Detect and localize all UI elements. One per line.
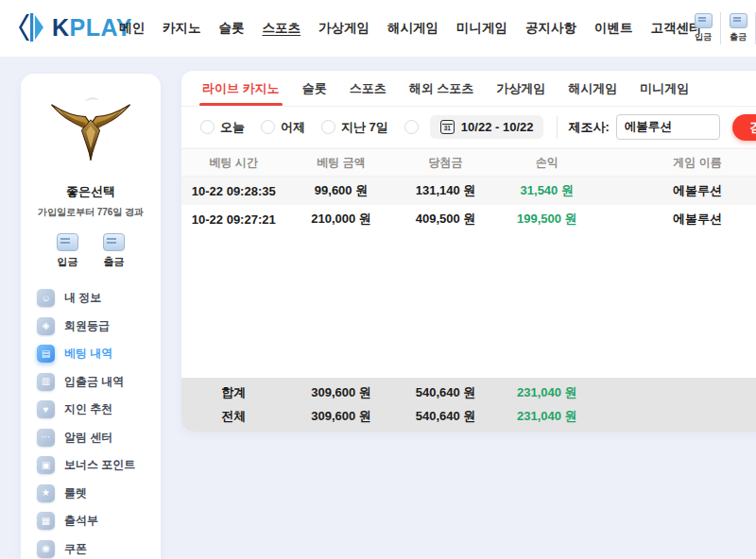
column-header: 손익 xyxy=(495,155,600,171)
level-emblem xyxy=(21,89,161,172)
table-summary: 합계309,600 원540,640 원231,040 원전체309,600 원… xyxy=(181,378,756,432)
custom-range-radio[interactable] xyxy=(404,120,419,134)
radio-label: 지난 7일 xyxy=(341,119,388,136)
cell-bet-amount: 210,000 원 xyxy=(286,211,397,228)
column-header: 베팅 금액 xyxy=(286,155,397,171)
filter-row: 오늘어제지난 7일 31 10/22 - 10/22 제조사: 검색 xyxy=(181,107,756,148)
summary-profit: 231,040 원 xyxy=(495,408,600,425)
sidebar-menu: ☺내 정보◈회원등급▤베팅 내역▥입출금 내역♥지인 추천⋯알림 센터▣보너스 … xyxy=(21,284,161,559)
sidebar-item-label: 회원등급 xyxy=(64,318,110,334)
radio-option-1[interactable]: 어제 xyxy=(261,119,305,136)
search-button[interactable]: 검색 xyxy=(732,114,756,141)
sidebar-item-4[interactable]: ♥지인 추천 xyxy=(37,396,161,424)
filter-divider xyxy=(557,116,558,139)
table-header: 베팅 시간베팅 금액당첨금손익게임 이름 xyxy=(181,148,756,177)
sidebar-item-2[interactable]: ▤베팅 내역 xyxy=(37,340,161,368)
summary-row: 합계309,600 원540,640 원231,040 원 xyxy=(181,381,756,404)
table-body: 10-22 09:28:3599,600 원131,140 원31,540 원에… xyxy=(181,177,756,233)
sidebar-item-5[interactable]: ⋯알림 센터 xyxy=(37,424,161,452)
date-range-button[interactable]: 31 10/22 - 10/22 xyxy=(430,115,544,139)
deposit-icon xyxy=(695,13,713,28)
tab-4[interactable]: 가상게임 xyxy=(496,71,545,106)
tab-5[interactable]: 해시게임 xyxy=(568,71,617,106)
username: 좋은선택 xyxy=(21,183,161,200)
bonus-points-icon: ▣ xyxy=(37,456,55,474)
sidebar-item-label: 보너스 포인트 xyxy=(64,457,135,473)
sidebar-item-label: 출석부 xyxy=(64,513,98,529)
topbar-quick-actions: 입금출금 xyxy=(686,0,756,57)
brand-logo[interactable]: KPLAY xyxy=(17,11,132,43)
sidebar-item-label: 입출금 내역 xyxy=(64,374,124,390)
category-tabs: 라이브 카지노슬롯스포츠해외 스포츠가상게임해시게임미니게임 xyxy=(181,71,756,107)
sidebar-deposit-button[interactable]: 입금 xyxy=(57,233,78,269)
sidebar-item-label: 내 정보 xyxy=(64,290,101,306)
nav-item-5[interactable]: 해시게임 xyxy=(387,20,438,37)
summary-row: 전체309,600 원540,640 원231,040 원 xyxy=(181,404,756,428)
radio-label: 어제 xyxy=(281,119,305,136)
attendance-icon: ▦ xyxy=(37,512,55,530)
summary-label: 전체 xyxy=(181,408,286,425)
sidebar: 좋은선택 가입일로부터 776일 경과 입금출금 ☺내 정보◈회원등급▤베팅 내… xyxy=(21,74,161,559)
sidebar-item-1[interactable]: ◈회원등급 xyxy=(37,313,161,341)
nav-item-3[interactable]: 스포츠 xyxy=(263,20,301,37)
nav-item-1[interactable]: 카지노 xyxy=(163,20,201,37)
summary-label: 합계 xyxy=(181,384,286,401)
summary-win-amount: 540,640 원 xyxy=(397,408,495,425)
topbar-deposit-button[interactable]: 입금 xyxy=(686,13,720,43)
join-info: 가입일로부터 776일 경과 xyxy=(21,206,161,219)
nav-item-8[interactable]: 이벤트 xyxy=(594,20,633,37)
tab-3[interactable]: 해외 스포츠 xyxy=(409,71,474,106)
summary-profit: 231,040 원 xyxy=(495,384,600,401)
sidebar-item-6[interactable]: ▣보너스 포인트 xyxy=(37,451,161,480)
radio-label: 오늘 xyxy=(220,119,245,136)
table-empty-space xyxy=(181,233,756,378)
sidebar-item-label: 룰렛 xyxy=(64,485,87,501)
table-row[interactable]: 10-22 09:27:21210,000 원409,500 원199,500 … xyxy=(181,205,756,233)
nav-item-6[interactable]: 미니게임 xyxy=(456,20,507,37)
gold-wings-badge-icon xyxy=(45,89,136,172)
sidebar-item-7[interactable]: ★룰렛 xyxy=(37,480,161,508)
column-header: 베팅 시간 xyxy=(181,155,286,171)
brand-k: K xyxy=(52,14,70,41)
cell-win-amount: 409,500 원 xyxy=(397,211,495,228)
column-header: 당첨금 xyxy=(397,155,495,171)
transactions-icon: ▥ xyxy=(37,373,55,391)
cell-profit: 199,500 원 xyxy=(495,211,600,228)
summary-bet-amount: 309,600 원 xyxy=(286,384,397,401)
tab-2[interactable]: 스포츠 xyxy=(350,71,387,106)
roulette-icon: ★ xyxy=(37,484,55,502)
radio-group: 오늘어제지난 7일 xyxy=(200,119,404,136)
sidebar-item-9[interactable]: ◉쿠폰 xyxy=(37,535,161,559)
tab-1[interactable]: 슬롯 xyxy=(302,71,327,106)
quick-action-label: 출금 xyxy=(104,255,125,269)
cell-bet-time: 10-22 09:27:21 xyxy=(181,212,286,227)
tab-6[interactable]: 미니게임 xyxy=(640,71,689,106)
nav-item-0[interactable]: 메인 xyxy=(119,20,145,37)
sidebar-item-0[interactable]: ☺내 정보 xyxy=(37,284,161,313)
nav-item-7[interactable]: 공지사항 xyxy=(525,20,576,37)
sidebar-item-8[interactable]: ▦출석부 xyxy=(37,507,161,535)
cell-game-name: 에볼루션 xyxy=(599,211,756,228)
cell-bet-time: 10-22 09:28:35 xyxy=(181,184,286,198)
radio-circle xyxy=(261,120,275,134)
nav-item-4[interactable]: 가상게임 xyxy=(318,20,369,37)
topbar-withdraw-button[interactable]: 출금 xyxy=(721,13,755,43)
withdraw-icon xyxy=(103,233,125,251)
manufacturer-label: 제조사: xyxy=(568,119,609,136)
member-grade-icon: ◈ xyxy=(37,317,55,335)
tab-0[interactable]: 라이브 카지노 xyxy=(202,71,280,106)
coupon-icon: ◉ xyxy=(37,540,55,558)
manufacturer-input[interactable] xyxy=(616,114,720,140)
table-row[interactable]: 10-22 09:28:3599,600 원131,140 원31,540 원에… xyxy=(181,177,756,205)
radio-option-0[interactable]: 오늘 xyxy=(200,119,245,136)
notification-icon: ⋯ xyxy=(37,429,55,447)
radio-circle xyxy=(321,120,335,134)
radio-option-2[interactable]: 지난 7일 xyxy=(321,119,388,136)
betting-history-icon: ▤ xyxy=(37,345,55,363)
sidebar-item-3[interactable]: ▥입출금 내역 xyxy=(37,368,161,397)
nav-item-2[interactable]: 슬롯 xyxy=(219,20,245,37)
profile-icon: ☺ xyxy=(37,289,55,307)
sidebar-withdraw-button[interactable]: 출금 xyxy=(103,233,125,269)
withdraw-icon xyxy=(730,13,747,28)
date-range-text: 10/22 - 10/22 xyxy=(461,120,534,134)
